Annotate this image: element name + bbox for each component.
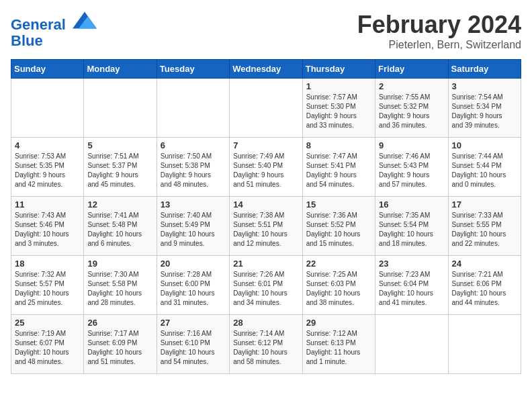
day-info: Sunrise: 7:44 AM Sunset: 5:44 PM Dayligh… bbox=[452, 152, 517, 189]
day-info: Sunrise: 7:57 AM Sunset: 5:30 PM Dayligh… bbox=[306, 93, 371, 130]
calendar-cell: 1Sunrise: 7:57 AM Sunset: 5:30 PM Daylig… bbox=[302, 79, 375, 138]
calendar-cell: 13Sunrise: 7:40 AM Sunset: 5:49 PM Dayli… bbox=[157, 197, 229, 256]
day-info: Sunrise: 7:51 AM Sunset: 5:37 PM Dayligh… bbox=[87, 152, 152, 189]
calendar-cell: 18Sunrise: 7:32 AM Sunset: 5:57 PM Dayli… bbox=[11, 256, 84, 315]
day-number: 2 bbox=[379, 81, 444, 91]
calendar-cell: 4Sunrise: 7:53 AM Sunset: 5:35 PM Daylig… bbox=[11, 138, 84, 197]
calendar-cell: 22Sunrise: 7:25 AM Sunset: 6:03 PM Dayli… bbox=[302, 256, 375, 315]
day-info: Sunrise: 7:23 AM Sunset: 6:04 PM Dayligh… bbox=[379, 270, 444, 308]
calendar-cell: 10Sunrise: 7:44 AM Sunset: 5:44 PM Dayli… bbox=[448, 138, 521, 197]
day-number: 25 bbox=[15, 318, 80, 328]
logo-blue: Blue bbox=[11, 32, 43, 49]
col-header-thursday: Thursday bbox=[302, 60, 375, 79]
day-info: Sunrise: 7:16 AM Sunset: 6:10 PM Dayligh… bbox=[161, 329, 226, 367]
calendar-cell: 15Sunrise: 7:36 AM Sunset: 5:52 PM Dayli… bbox=[302, 197, 375, 256]
day-info: Sunrise: 7:35 AM Sunset: 5:54 PM Dayligh… bbox=[379, 211, 444, 248]
day-info: Sunrise: 7:47 AM Sunset: 5:41 PM Dayligh… bbox=[306, 152, 371, 189]
calendar-cell: 8Sunrise: 7:47 AM Sunset: 5:41 PM Daylig… bbox=[302, 138, 375, 197]
calendar-cell: 12Sunrise: 7:41 AM Sunset: 5:48 PM Dayli… bbox=[84, 197, 157, 256]
day-number: 28 bbox=[233, 318, 298, 328]
calendar-cell bbox=[448, 315, 521, 374]
calendar-header-row: SundayMondayTuesdayWednesdayThursdayFrid… bbox=[11, 60, 521, 79]
day-number: 17 bbox=[452, 199, 517, 210]
calendar-cell: 21Sunrise: 7:26 AM Sunset: 6:01 PM Dayli… bbox=[230, 256, 302, 315]
title-block: February 2024 Pieterlen, Bern, Switzerla… bbox=[357, 11, 521, 51]
day-info: Sunrise: 7:30 AM Sunset: 5:58 PM Dayligh… bbox=[87, 270, 152, 308]
calendar-cell: 7Sunrise: 7:49 AM Sunset: 5:40 PM Daylig… bbox=[230, 138, 302, 197]
day-info: Sunrise: 7:33 AM Sunset: 5:55 PM Dayligh… bbox=[452, 211, 517, 248]
calendar-cell: 19Sunrise: 7:30 AM Sunset: 5:58 PM Dayli… bbox=[84, 256, 157, 315]
logo-icon bbox=[73, 11, 97, 30]
col-header-tuesday: Tuesday bbox=[157, 60, 229, 79]
calendar-cell bbox=[84, 79, 157, 138]
calendar-cell bbox=[11, 79, 84, 138]
calendar-cell: 26Sunrise: 7:17 AM Sunset: 6:09 PM Dayli… bbox=[84, 315, 157, 374]
col-header-wednesday: Wednesday bbox=[230, 60, 302, 79]
calendar-cell: 25Sunrise: 7:19 AM Sunset: 6:07 PM Dayli… bbox=[11, 315, 84, 374]
calendar-cell: 9Sunrise: 7:46 AM Sunset: 5:43 PM Daylig… bbox=[375, 138, 448, 197]
calendar-cell bbox=[230, 79, 302, 138]
calendar-cell bbox=[157, 79, 229, 138]
day-number: 22 bbox=[306, 259, 371, 269]
day-info: Sunrise: 7:50 AM Sunset: 5:38 PM Dayligh… bbox=[161, 152, 226, 189]
day-number: 18 bbox=[15, 259, 80, 269]
day-number: 26 bbox=[87, 318, 152, 328]
day-info: Sunrise: 7:25 AM Sunset: 6:03 PM Dayligh… bbox=[306, 270, 371, 308]
day-info: Sunrise: 7:19 AM Sunset: 6:07 PM Dayligh… bbox=[15, 329, 80, 367]
day-number: 13 bbox=[161, 199, 226, 210]
day-info: Sunrise: 7:28 AM Sunset: 6:00 PM Dayligh… bbox=[161, 270, 226, 308]
day-number: 19 bbox=[87, 259, 152, 269]
calendar-week-5: 25Sunrise: 7:19 AM Sunset: 6:07 PM Dayli… bbox=[11, 315, 521, 374]
calendar-cell: 20Sunrise: 7:28 AM Sunset: 6:00 PM Dayli… bbox=[157, 256, 229, 315]
calendar-cell: 16Sunrise: 7:35 AM Sunset: 5:54 PM Dayli… bbox=[375, 197, 448, 256]
col-header-sunday: Sunday bbox=[11, 60, 84, 79]
calendar-cell: 24Sunrise: 7:21 AM Sunset: 6:06 PM Dayli… bbox=[448, 256, 521, 315]
day-number: 8 bbox=[306, 140, 371, 150]
day-number: 6 bbox=[161, 140, 226, 150]
calendar-table: SundayMondayTuesdayWednesdayThursdayFrid… bbox=[11, 59, 521, 374]
day-number: 15 bbox=[306, 199, 371, 210]
page-header: General Blue February 2024 Pieterlen, Be… bbox=[11, 11, 521, 51]
logo: General Blue bbox=[11, 11, 97, 49]
day-number: 5 bbox=[87, 140, 152, 150]
day-info: Sunrise: 7:54 AM Sunset: 5:34 PM Dayligh… bbox=[452, 93, 517, 130]
day-info: Sunrise: 7:49 AM Sunset: 5:40 PM Dayligh… bbox=[233, 152, 298, 189]
calendar-cell: 6Sunrise: 7:50 AM Sunset: 5:38 PM Daylig… bbox=[157, 138, 229, 197]
day-info: Sunrise: 7:53 AM Sunset: 5:35 PM Dayligh… bbox=[15, 152, 80, 189]
logo-general: General bbox=[11, 16, 66, 33]
day-info: Sunrise: 7:21 AM Sunset: 6:06 PM Dayligh… bbox=[452, 270, 517, 308]
day-number: 16 bbox=[379, 199, 444, 210]
day-number: 4 bbox=[15, 140, 80, 150]
day-info: Sunrise: 7:55 AM Sunset: 5:32 PM Dayligh… bbox=[379, 93, 444, 130]
calendar-cell: 27Sunrise: 7:16 AM Sunset: 6:10 PM Dayli… bbox=[157, 315, 229, 374]
calendar-cell: 14Sunrise: 7:38 AM Sunset: 5:51 PM Dayli… bbox=[230, 197, 302, 256]
day-info: Sunrise: 7:38 AM Sunset: 5:51 PM Dayligh… bbox=[233, 211, 298, 248]
day-number: 20 bbox=[161, 259, 226, 269]
day-info: Sunrise: 7:14 AM Sunset: 6:12 PM Dayligh… bbox=[233, 329, 298, 367]
day-number: 9 bbox=[379, 140, 444, 150]
calendar-cell: 11Sunrise: 7:43 AM Sunset: 5:46 PM Dayli… bbox=[11, 197, 84, 256]
day-info: Sunrise: 7:36 AM Sunset: 5:52 PM Dayligh… bbox=[306, 211, 371, 248]
calendar-cell: 28Sunrise: 7:14 AM Sunset: 6:12 PM Dayli… bbox=[230, 315, 302, 374]
day-info: Sunrise: 7:40 AM Sunset: 5:49 PM Dayligh… bbox=[161, 211, 226, 248]
day-number: 29 bbox=[306, 318, 371, 328]
calendar-cell: 17Sunrise: 7:33 AM Sunset: 5:55 PM Dayli… bbox=[448, 197, 521, 256]
day-number: 11 bbox=[15, 199, 80, 210]
day-number: 3 bbox=[452, 81, 517, 91]
day-number: 24 bbox=[452, 259, 517, 269]
day-number: 12 bbox=[87, 199, 152, 210]
day-number: 1 bbox=[306, 81, 371, 91]
day-number: 27 bbox=[161, 318, 226, 328]
calendar-cell: 29Sunrise: 7:12 AM Sunset: 6:13 PM Dayli… bbox=[302, 315, 375, 374]
day-number: 14 bbox=[233, 199, 298, 210]
col-header-saturday: Saturday bbox=[448, 60, 521, 79]
calendar-week-3: 11Sunrise: 7:43 AM Sunset: 5:46 PM Dayli… bbox=[11, 197, 521, 256]
day-info: Sunrise: 7:46 AM Sunset: 5:43 PM Dayligh… bbox=[379, 152, 444, 189]
calendar-cell: 23Sunrise: 7:23 AM Sunset: 6:04 PM Dayli… bbox=[375, 256, 448, 315]
day-info: Sunrise: 7:26 AM Sunset: 6:01 PM Dayligh… bbox=[233, 270, 298, 308]
location: Pieterlen, Bern, Switzerland bbox=[357, 39, 521, 51]
calendar-cell bbox=[375, 315, 448, 374]
calendar-week-4: 18Sunrise: 7:32 AM Sunset: 5:57 PM Dayli… bbox=[11, 256, 521, 315]
col-header-friday: Friday bbox=[375, 60, 448, 79]
day-number: 23 bbox=[379, 259, 444, 269]
